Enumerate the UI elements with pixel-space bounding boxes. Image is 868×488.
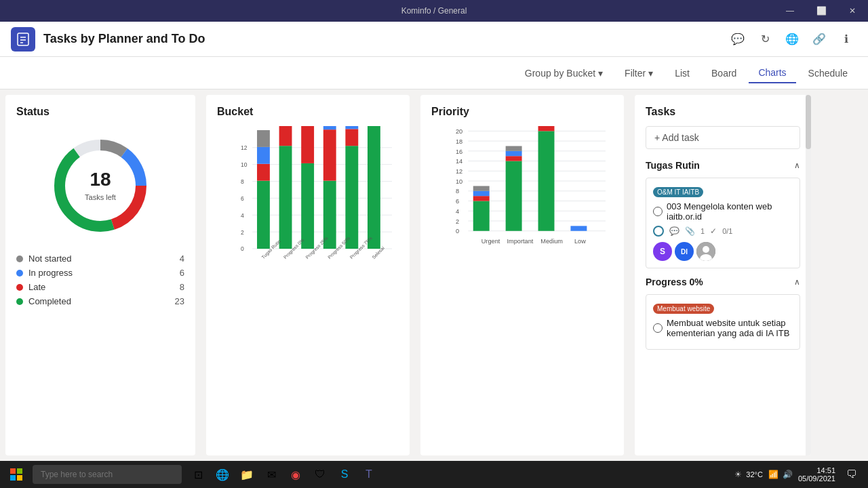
- taskbar-right: ☀ 32°C 📶 🔊 14:51 05/09/2021 🗨: [734, 464, 863, 485]
- scrollbar-thumb[interactable]: [806, 95, 811, 149]
- task-tag-website: Membuat website: [653, 304, 714, 314]
- main-content: Status 18 Tasks left: [0, 89, 868, 461]
- taskview-icon[interactable]: ⊡: [187, 464, 209, 485]
- tugas-rutin-chevron[interactable]: ∧: [794, 161, 800, 170]
- svg-rect-0: [18, 33, 28, 45]
- task-name: 003 Mengelola konten web iaitb.or.id: [667, 201, 793, 222]
- bucket-chart-svg: 12 10 8 6 4 2 0: [241, 126, 392, 363]
- not-started-count: 4: [180, 253, 184, 264]
- svg-rect-76: [538, 131, 555, 230]
- header-actions: 💬 ↻ 🌐 🔗 ℹ: [727, 28, 857, 50]
- charts-button[interactable]: Charts: [749, 63, 795, 83]
- svg-rect-88: [10, 468, 16, 474]
- svg-point-86: [703, 246, 709, 253]
- attachment-count: 1: [701, 227, 705, 235]
- network-icon: 📶: [768, 470, 778, 479]
- start-button[interactable]: [5, 464, 27, 485]
- antivirus-icon[interactable]: 🛡: [309, 464, 331, 485]
- legend: Not started 4 In progress 6 Late 8 Compl…: [16, 253, 184, 306]
- list-button[interactable]: List: [665, 64, 699, 83]
- app-icon: [11, 27, 35, 52]
- chrome-icon[interactable]: ◉: [285, 464, 307, 485]
- chat-button[interactable]: 💬: [727, 28, 749, 50]
- svg-rect-72: [506, 161, 522, 231]
- task-checkbox-2[interactable]: [653, 323, 663, 333]
- progress0-chevron[interactable]: ∧: [794, 277, 800, 287]
- close-button[interactable]: ✕: [837, 0, 868, 22]
- svg-rect-28: [279, 126, 292, 146]
- volume-icon: 🔊: [783, 470, 793, 479]
- teams-icon[interactable]: T: [358, 464, 380, 485]
- legend-item-late: Late 8: [16, 282, 184, 292]
- donut-chart: 18 Tasks left: [46, 131, 155, 240]
- svg-rect-68: [473, 201, 490, 231]
- in-progress-dot: [16, 270, 23, 277]
- edge-icon[interactable]: 🌐: [212, 464, 233, 485]
- taskbar-time: 14:51: [798, 466, 835, 474]
- globe-button[interactable]: 🌐: [781, 28, 803, 50]
- tugas-rutin-header: Tugas Rutin ∧: [646, 160, 800, 171]
- donut-container: 18 Tasks left: [16, 131, 184, 240]
- weather-icon: ☀: [734, 470, 742, 479]
- maximize-button[interactable]: ⬜: [806, 0, 837, 22]
- svg-text:12: 12: [456, 168, 462, 175]
- svg-rect-80: [570, 226, 587, 230]
- svg-rect-26: [257, 130, 270, 147]
- svg-text:8: 8: [456, 188, 459, 195]
- window-controls: — ⬜ ✕: [774, 0, 868, 22]
- subtask-count: 0/1: [722, 227, 732, 235]
- bucket-title: Bucket: [217, 106, 399, 118]
- svg-rect-33: [323, 129, 336, 180]
- svg-rect-29: [301, 163, 314, 249]
- mail-icon[interactable]: ✉: [260, 464, 282, 485]
- task-checkbox[interactable]: [653, 207, 663, 216]
- taskbar-date: 05/09/2021: [798, 474, 835, 483]
- svg-rect-74: [506, 151, 522, 156]
- svg-text:Medium: Medium: [540, 238, 563, 245]
- svg-rect-71: [473, 186, 490, 190]
- taskbar-sys-tray: 📶 🔊: [768, 470, 793, 479]
- notification-icon[interactable]: 🗨: [841, 464, 863, 485]
- svg-text:4: 4: [241, 212, 244, 219]
- svg-rect-70: [473, 191, 490, 196]
- svg-rect-36: [345, 129, 358, 146]
- title-bar: Kominfo / General — ⬜ ✕: [0, 0, 868, 22]
- group-by-button[interactable]: Group by Bucket ▾: [515, 64, 612, 83]
- late-dot: [16, 284, 23, 291]
- donut-number: 18: [85, 169, 116, 190]
- filter-button[interactable]: Filter ▾: [615, 64, 663, 83]
- task-card-web: O&M IT IAITB 003 Mengelola konten web ia…: [646, 178, 800, 268]
- link-button[interactable]: 🔗: [808, 28, 830, 50]
- svg-rect-30: [301, 126, 314, 163]
- schedule-button[interactable]: Schedule: [799, 64, 857, 83]
- svg-rect-23: [257, 181, 270, 249]
- board-button[interactable]: Board: [702, 64, 746, 83]
- priority-chart-area: 20 18 16 14 12 10 8 6 4 2 0: [431, 126, 613, 411]
- weather-temp: 32°C: [746, 470, 763, 479]
- not-started-dot: [16, 256, 23, 262]
- add-task-button[interactable]: + Add task: [646, 126, 800, 149]
- completed-dot: [16, 298, 23, 305]
- svg-rect-69: [473, 196, 490, 201]
- app-header: Tasks by Planner and To Do 💬 ↻ 🌐 🔗 ℹ: [0, 22, 868, 57]
- completed-count: 23: [175, 296, 184, 306]
- task-card-website: Membuat website Membuat website untuk se…: [646, 294, 800, 350]
- svg-text:14: 14: [456, 158, 462, 165]
- svg-text:4: 4: [456, 208, 459, 215]
- info-button[interactable]: ℹ: [835, 28, 857, 50]
- svg-text:20: 20: [456, 128, 462, 135]
- refresh-button[interactable]: ↻: [754, 28, 776, 50]
- svg-text:16: 16: [456, 148, 462, 155]
- task-name-row-2: Membuat website untuk setiap kementerian…: [653, 318, 793, 338]
- legend-item-not-started: Not started 4: [16, 253, 184, 264]
- svg-text:12: 12: [241, 144, 248, 151]
- legend-item-completed: Completed 23: [16, 296, 184, 306]
- minimize-button[interactable]: —: [774, 0, 806, 22]
- taskbar-search-input[interactable]: [33, 465, 182, 484]
- task-name-row: 003 Mengelola konten web iaitb.or.id: [653, 201, 793, 222]
- taskbar: ⊡ 🌐 📁 ✉ ◉ 🛡 S T ☀ 32°C 📶 🔊 14:51 05/09/2…: [0, 461, 868, 488]
- task-name-2: Membuat website untuk setiap kementerian…: [667, 318, 793, 338]
- priority-chart-svg: 20 18 16 14 12 10 8 6 4 2 0: [455, 126, 606, 363]
- explorer-icon[interactable]: 📁: [236, 464, 258, 485]
- skype-icon[interactable]: S: [334, 464, 355, 485]
